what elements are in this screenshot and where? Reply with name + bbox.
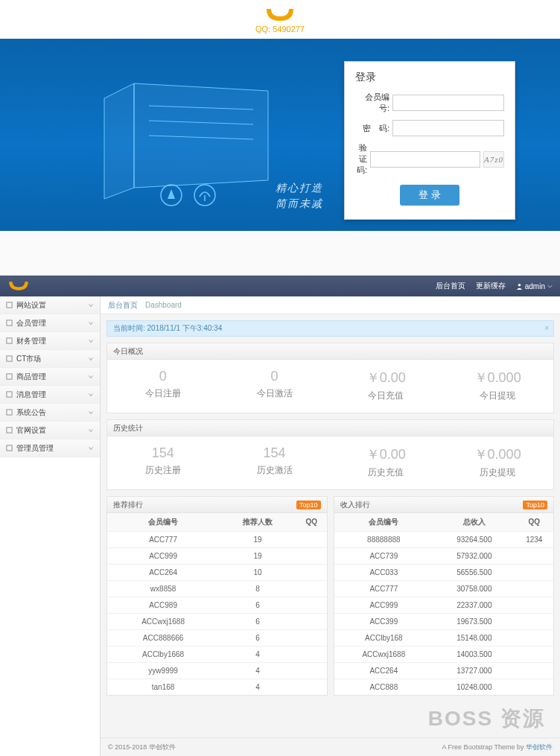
content-area: 后台首页 Dashboard 当前时间: 2018/11/1 下午3:40:34… xyxy=(101,296,560,756)
chevron-down-icon xyxy=(88,445,94,451)
table-row: ACC9896 xyxy=(107,597,327,613)
logo-strip: QQ: 5490277 xyxy=(0,0,560,39)
sidebar-item-2[interactable]: 财务管理 xyxy=(0,332,100,350)
chevron-down-icon xyxy=(88,428,94,433)
table-row: ACC39919673.500 xyxy=(334,613,554,629)
login-panel: 登录 会员编号: 密 码: 验证码: A7z0 登 录 xyxy=(344,61,515,220)
menu-icon xyxy=(6,337,13,344)
nav-cache[interactable]: 更新缓存 xyxy=(476,281,506,291)
sidebar-item-4[interactable]: 商品管理 xyxy=(0,368,100,386)
user-input[interactable] xyxy=(392,95,504,111)
gap-divider xyxy=(0,231,560,276)
svg-rect-8 xyxy=(7,302,12,308)
stat-cell: 0今日激活 xyxy=(219,360,331,413)
svg-rect-16 xyxy=(7,445,12,451)
close-icon[interactable]: × xyxy=(544,324,549,332)
rec-panel: 推荐排行 Top10 会员编号推荐人数QQ ACC77719ACC99919AC… xyxy=(106,496,328,696)
menu-icon xyxy=(6,427,13,433)
table-row: ACC73957932.000 xyxy=(334,547,554,564)
table-row: ACClby16815148.000 xyxy=(334,629,554,646)
footer-left: © 2015-2018 华创软件 xyxy=(108,743,176,752)
history-panel: 历史统计 154历史注册154历史激活￥0.00历史充值￥0.000历史提现 xyxy=(106,419,554,490)
chevron-down-icon xyxy=(88,392,94,398)
svg-rect-10 xyxy=(7,338,12,343)
sidebar-item-8[interactable]: 管理员管理 xyxy=(0,439,100,457)
svg-rect-14 xyxy=(7,410,12,415)
history-title: 历史统计 xyxy=(113,423,143,433)
svg-rect-11 xyxy=(7,356,12,361)
svg-rect-12 xyxy=(7,374,12,379)
admin-topbar: 后台首页 更新缓存 admin xyxy=(0,276,560,296)
table-row: ACClby16684 xyxy=(107,646,327,662)
rec-table: 会员编号推荐人数QQ ACC77719ACC99919ACC26410wx885… xyxy=(107,513,327,695)
table-row: 8888888893264.5001234 xyxy=(334,531,554,547)
table-row: ACC26413727.000 xyxy=(334,662,554,679)
table-row: ACC88810248.000 xyxy=(334,679,554,695)
brand-mini xyxy=(0,276,101,296)
sidebar-item-5[interactable]: 消息管理 xyxy=(0,386,100,404)
stat-cell: ￥0.00今日充值 xyxy=(331,360,442,413)
inc-title: 收入排行 xyxy=(340,500,370,510)
sidebar-item-3[interactable]: CT市场 xyxy=(0,350,100,368)
stat-cell: ￥0.000历史提现 xyxy=(442,436,553,489)
inc-panel: 收入排行 Top10 会员编号总收入QQ 8888888893264.50012… xyxy=(334,496,555,696)
menu-icon xyxy=(6,355,13,362)
stat-cell: ￥0.000今日提现 xyxy=(442,360,553,413)
svg-rect-15 xyxy=(7,428,12,433)
nav-home[interactable]: 后台首页 xyxy=(436,281,465,291)
rec-title: 推荐排行 xyxy=(113,500,143,510)
user-icon xyxy=(516,283,523,290)
inc-table: 会员编号总收入QQ 8888888893264.5001234ACC739579… xyxy=(334,513,554,695)
svg-rect-13 xyxy=(7,392,12,397)
menu-icon xyxy=(6,445,13,451)
table-row: ACCwxj168814003.500 xyxy=(334,646,554,662)
nav-user-menu[interactable]: admin xyxy=(516,281,553,291)
sidebar-item-6[interactable]: 系统公告 xyxy=(0,404,100,422)
today-panel: 今日概况 0今日注册0今日激活￥0.00今日充值￥0.000今日提现 xyxy=(106,343,554,413)
hero-tagline: 精心打造 简而未减 xyxy=(276,180,323,212)
table-row: ACC77730758.000 xyxy=(334,580,554,597)
menu-icon xyxy=(6,409,13,416)
hero-illustration xyxy=(82,69,290,217)
login-title: 登录 xyxy=(355,71,504,84)
table-row: ACCwxj16886 xyxy=(107,613,327,629)
menu-icon xyxy=(6,391,13,398)
menu-icon xyxy=(6,302,13,308)
table-row: ACC8886666 xyxy=(107,629,327,646)
stat-cell: ￥0.00历史充值 xyxy=(331,436,442,489)
svg-marker-1 xyxy=(104,83,134,199)
chevron-down-icon xyxy=(88,374,94,380)
table-row: ACC99922337.000 xyxy=(334,597,554,613)
stat-cell: 154历史注册 xyxy=(107,436,219,489)
crumb-home[interactable]: 后台首页 xyxy=(108,300,138,311)
chevron-down-icon xyxy=(88,302,94,308)
watermark: BOSS 资源 xyxy=(101,696,560,733)
menu-icon xyxy=(6,320,13,326)
table-row: ACC03356556.500 xyxy=(334,564,554,580)
stat-cell: 154历史激活 xyxy=(219,436,331,489)
logo-subtext: QQ: 5490277 xyxy=(255,25,305,34)
table-row: wx88588 xyxy=(107,580,327,597)
sidebar-item-1[interactable]: 会员管理 xyxy=(0,314,100,332)
breadcrumb: 后台首页 Dashboard xyxy=(101,296,560,314)
hero-banner: 精心打造 简而未减 登录 会员编号: 密 码: 验证码: A7z0 登 录 xyxy=(0,39,560,231)
footer-right: A Free Bootstrap Theme by 华创软件 xyxy=(442,743,553,752)
today-title: 今日概况 xyxy=(113,346,143,357)
chevron-down-icon xyxy=(547,284,553,289)
rec-badge: Top10 xyxy=(296,501,321,509)
table-row: ACC99919 xyxy=(107,547,327,564)
logo-icon xyxy=(262,6,298,24)
login-button[interactable]: 登 录 xyxy=(400,185,459,206)
sidebar: 网站设置会员管理财务管理CT市场商品管理消息管理系统公告官网设置管理员管理 xyxy=(0,296,101,756)
svg-rect-9 xyxy=(7,320,12,325)
table-row: tan1684 xyxy=(107,679,327,695)
table-row: ACC26410 xyxy=(107,564,327,580)
password-input[interactable] xyxy=(392,120,504,136)
time-alert: 当前时间: 2018/11/1 下午3:40:34 × xyxy=(106,320,554,337)
captcha-image[interactable]: A7z0 xyxy=(483,151,504,168)
stat-cell: 0今日注册 xyxy=(107,360,219,413)
sidebar-item-7[interactable]: 官网设置 xyxy=(0,422,100,439)
password-label: 密 码: xyxy=(355,123,392,134)
sidebar-item-0[interactable]: 网站设置 xyxy=(0,296,100,314)
captcha-input[interactable] xyxy=(370,151,480,168)
